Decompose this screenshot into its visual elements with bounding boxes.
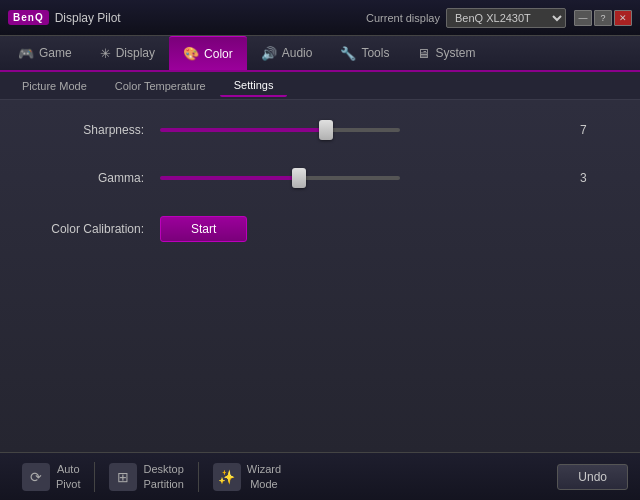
benq-logo: BenQ: [8, 10, 49, 25]
separator-2: [198, 462, 199, 492]
desktop-partition-label: DesktopPartition: [143, 462, 183, 491]
gamma-row: Gamma: 3: [40, 168, 600, 188]
gamma-value: 3: [580, 171, 600, 185]
tab-display-label: Display: [116, 46, 155, 60]
game-icon: 🎮: [18, 46, 34, 61]
close-button[interactable]: ✕: [614, 10, 632, 26]
auto-pivot-label: AutoPivot: [56, 462, 80, 491]
subtab-color-temperature[interactable]: Color Temperature: [101, 76, 220, 96]
tab-tools-label: Tools: [361, 46, 389, 60]
wizard-mode-label: WizardMode: [247, 462, 281, 491]
sharpness-label: Sharpness:: [40, 123, 160, 137]
tab-color[interactable]: 🎨 Color: [169, 36, 247, 70]
logo-area: BenQ Display Pilot: [8, 10, 366, 25]
tab-system-label: System: [435, 46, 475, 60]
subtab-settings[interactable]: Settings: [220, 75, 288, 97]
current-display-label: Current display: [366, 12, 440, 24]
current-display-area: Current display BenQ XL2430T: [366, 8, 566, 28]
app-title: Display Pilot: [55, 11, 121, 25]
desktop-partition-icon: ⊞: [109, 463, 137, 491]
main-content: Sharpness: 7 Gamma: 3 Color Calibration:…: [0, 100, 640, 452]
sub-tabs: Picture Mode Color Temperature Settings: [0, 72, 640, 100]
system-icon: 🖥: [417, 46, 430, 61]
color-calibration-row: Color Calibration: Start: [40, 216, 600, 242]
tab-tools[interactable]: 🔧 Tools: [326, 36, 403, 70]
tab-game[interactable]: 🎮 Game: [4, 36, 86, 70]
sharpness-thumb[interactable]: [319, 120, 333, 140]
display-select[interactable]: BenQ XL2430T: [446, 8, 566, 28]
tools-icon: 🔧: [340, 46, 356, 61]
auto-pivot-icon: ⟳: [22, 463, 50, 491]
gamma-slider-container: [160, 168, 564, 188]
tab-color-label: Color: [204, 47, 233, 61]
minimize-button[interactable]: —: [574, 10, 592, 26]
window-controls: — ? ✕: [574, 10, 632, 26]
help-button[interactable]: ?: [594, 10, 612, 26]
tab-system[interactable]: 🖥 System: [403, 36, 489, 70]
audio-icon: 🔊: [261, 46, 277, 61]
separator-1: [94, 462, 95, 492]
sharpness-slider-container: [160, 120, 564, 140]
undo-button[interactable]: Undo: [557, 464, 628, 490]
tab-game-label: Game: [39, 46, 72, 60]
subtab-picture-mode[interactable]: Picture Mode: [8, 76, 101, 96]
tab-audio[interactable]: 🔊 Audio: [247, 36, 327, 70]
bottom-bar: ⟳ AutoPivot ⊞ DesktopPartition ✨ WizardM…: [0, 452, 640, 500]
display-icon: ✳: [100, 46, 111, 61]
titlebar: BenQ Display Pilot Current display BenQ …: [0, 0, 640, 36]
sharpness-row: Sharpness: 7: [40, 120, 600, 140]
tab-audio-label: Audio: [282, 46, 313, 60]
tab-display[interactable]: ✳ Display: [86, 36, 169, 70]
sharpness-track: [160, 128, 400, 132]
gamma-label: Gamma:: [40, 171, 160, 185]
sharpness-value: 7: [580, 123, 600, 137]
wizard-mode-icon: ✨: [213, 463, 241, 491]
wizard-mode-button[interactable]: ✨ WizardMode: [203, 458, 291, 495]
start-calibration-button[interactable]: Start: [160, 216, 247, 242]
desktop-partition-button[interactable]: ⊞ DesktopPartition: [99, 458, 193, 495]
nav-tabs: 🎮 Game ✳ Display 🎨 Color 🔊 Audio 🔧 Tools…: [0, 36, 640, 72]
color-calibration-label: Color Calibration:: [40, 222, 160, 236]
gamma-thumb[interactable]: [292, 168, 306, 188]
auto-pivot-button[interactable]: ⟳ AutoPivot: [12, 458, 90, 495]
color-icon: 🎨: [183, 46, 199, 61]
gamma-track: [160, 176, 400, 180]
